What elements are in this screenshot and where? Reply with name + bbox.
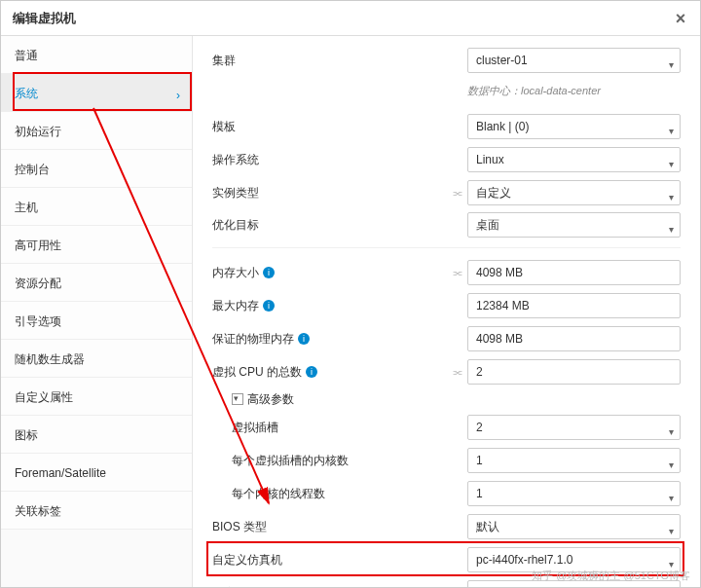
row-virtual-sockets: 虚拟插槽 2▾ <box>212 411 681 444</box>
sidebar-item-label: 高可用性 <box>15 239 61 252</box>
label-virtual-sockets: 虚拟插槽 <box>232 420 278 436</box>
caret-down-icon: ▾ <box>669 586 674 587</box>
input-guaranteed-memory[interactable]: 4098 MB <box>467 326 681 351</box>
row-max-memory: 最大内存i 12384 MB <box>212 289 681 322</box>
sidebar-item-tags[interactable]: 关联标签 <box>1 492 192 530</box>
label-optimized-for: 优化目标 <box>212 217 259 234</box>
caret-down-icon: ▾ <box>669 186 674 209</box>
sidebar-item-label: 主机 <box>15 201 38 214</box>
dialog-title: 编辑虚拟机 <box>13 11 76 25</box>
sidebar-item-ha[interactable]: 高可用性 <box>1 226 192 264</box>
caret-down-icon: ▾ <box>669 553 674 576</box>
sidebar: 普通 系统 › 初始运行 控制台 主机 高可用性 资源分配 引导选项 <box>1 36 193 587</box>
select-custom-cpu-type[interactable]: 使用集群默认设置(Intel SandyBridge IBRS SS...▾ <box>467 580 681 587</box>
label-bios-type: BIOS 类型 <box>212 519 267 535</box>
row-memory-size: 内存大小i ⫘ 4098 MB <box>212 256 681 289</box>
sidebar-item-label: 关联标签 <box>15 504 61 518</box>
input-total-vcpu[interactable]: 2 <box>467 359 681 385</box>
collapse-toggle-icon[interactable] <box>232 393 243 405</box>
label-cores-per-socket: 每个虚拟插槽的内核数 <box>232 453 349 469</box>
label-memory-size: 内存大小 <box>212 265 259 281</box>
caret-down-icon: ▾ <box>669 218 674 241</box>
sidebar-item-icon[interactable]: 图标 <box>1 416 192 454</box>
info-icon[interactable]: i <box>263 267 275 278</box>
chain-icon: ⫘ <box>452 267 462 278</box>
select-os[interactable]: Linux▾ <box>467 147 681 172</box>
row-total-vcpu: 虚拟 CPU 的总数i ⫘ 2 <box>212 355 681 388</box>
edit-vm-dialog: 编辑虚拟机 × 普通 系统 › 初始运行 控制台 主机 高可用性 <box>0 0 701 588</box>
select-instance-type[interactable]: 自定义▾ <box>467 180 681 205</box>
label-guaranteed-memory: 保证的物理内存 <box>212 331 294 348</box>
row-os: 操作系统 Linux▾ <box>212 143 681 176</box>
row-instance-type: 实例类型 ⫘ 自定义▾ <box>212 176 681 209</box>
info-icon[interactable]: i <box>306 366 317 378</box>
row-emulated-machine: 自定义仿真机 pc-i440fx-rhel7.1.0▾ <box>212 543 681 576</box>
select-threads-per-core[interactable]: 1▾ <box>467 481 681 506</box>
content-system: 集群 cluster-01▾ 数据中心：local-data-center 模板… <box>193 36 700 587</box>
input-memory-size[interactable]: 4098 MB <box>467 260 681 285</box>
row-datacenter-caption: 数据中心：local-data-center <box>212 77 681 110</box>
row-bios-type: BIOS 类型 默认▾ <box>212 510 681 543</box>
chevron-right-icon: › <box>176 86 180 105</box>
row-optimized-for: 优化目标 桌面▾ <box>212 209 681 248</box>
select-cores-per-socket[interactable]: 1▾ <box>467 448 681 473</box>
caret-down-icon: ▾ <box>669 454 674 477</box>
caret-down-icon: ▾ <box>669 421 674 444</box>
dialog-body: 普通 系统 › 初始运行 控制台 主机 高可用性 资源分配 引导选项 <box>1 36 700 587</box>
row-advanced-params: 高级参数 <box>212 388 681 411</box>
caret-down-icon: ▾ <box>669 120 674 143</box>
caption-datacenter: 数据中心：local-data-center <box>467 85 601 96</box>
select-cluster[interactable]: cluster-01▾ <box>467 48 681 73</box>
close-icon[interactable]: × <box>669 1 692 36</box>
label-threads-per-core: 每个内核的线程数 <box>232 486 325 502</box>
label-custom-cpu-type: 自定义 CPU 类型 <box>212 585 302 588</box>
caret-down-icon: ▾ <box>669 54 674 77</box>
row-threads-per-core: 每个内核的线程数 1▾ <box>212 477 681 510</box>
label-total-vcpu: 虚拟 CPU 的总数 <box>212 364 302 381</box>
chain-icon: ⫘ <box>452 187 462 199</box>
info-icon[interactable]: i <box>298 333 310 345</box>
chain-icon: ⫘ <box>452 366 462 378</box>
row-template: 模板 Blank | (0)▾ <box>212 110 681 143</box>
sidebar-item-label: 系统 <box>15 87 38 100</box>
sidebar-item-label: 控制台 <box>15 163 50 176</box>
row-cluster: 集群 cluster-01▾ <box>212 44 681 77</box>
caret-down-icon: ▾ <box>669 153 674 176</box>
label-instance-type: 实例类型 <box>212 185 259 202</box>
label-advanced-params[interactable]: 高级参数 <box>247 391 294 408</box>
select-optimized-for[interactable]: 桌面▾ <box>467 212 681 238</box>
dialog-header: 编辑虚拟机 × <box>1 1 700 36</box>
sidebar-item-label: Foreman/Satellite <box>15 466 106 480</box>
sidebar-item-initial-run[interactable]: 初始运行 <box>1 112 192 150</box>
sidebar-item-boot[interactable]: 引导选项 <box>1 302 192 340</box>
select-bios-type[interactable]: 默认▾ <box>467 514 681 539</box>
info-icon[interactable]: i <box>263 300 275 312</box>
input-max-memory[interactable]: 12384 MB <box>467 293 681 318</box>
select-emulated-machine[interactable]: pc-i440fx-rhel7.1.0▾ <box>467 547 681 572</box>
caret-down-icon: ▾ <box>669 487 674 510</box>
row-guaranteed-memory: 保证的物理内存i 4098 MB <box>212 322 681 355</box>
sidebar-item-general[interactable]: 普通 <box>1 36 192 74</box>
caret-down-icon: ▾ <box>669 520 674 543</box>
label-os: 操作系统 <box>212 152 259 168</box>
sidebar-item-label: 初始运行 <box>15 125 61 138</box>
row-custom-cpu-type: 自定义 CPU 类型 使用集群默认设置(Intel SandyBridge IB… <box>212 576 681 587</box>
select-virtual-sockets[interactable]: 2▾ <box>467 415 681 440</box>
sidebar-item-console[interactable]: 控制台 <box>1 150 192 188</box>
sidebar-item-custom[interactable]: 自定义属性 <box>1 378 192 416</box>
sidebar-item-label: 资源分配 <box>15 276 61 290</box>
row-cores-per-socket: 每个虚拟插槽的内核数 1▾ <box>212 444 681 477</box>
label-template: 模板 <box>212 119 236 135</box>
select-template[interactable]: Blank | (0)▾ <box>467 114 681 139</box>
label-cluster: 集群 <box>212 53 236 69</box>
sidebar-item-label: 引导选项 <box>15 314 61 328</box>
sidebar-item-label: 图标 <box>15 428 38 442</box>
label-max-memory: 最大内存 <box>212 298 259 314</box>
sidebar-item-rng[interactable]: 随机数生成器 <box>1 340 192 378</box>
sidebar-item-label: 随机数生成器 <box>15 352 85 366</box>
sidebar-item-foreman[interactable]: Foreman/Satellite <box>1 454 192 492</box>
sidebar-item-label: 自定义属性 <box>15 390 73 404</box>
sidebar-item-system[interactable]: 系统 › <box>1 74 192 112</box>
sidebar-item-host[interactable]: 主机 <box>1 188 192 226</box>
sidebar-item-resource[interactable]: 资源分配 <box>1 264 192 302</box>
